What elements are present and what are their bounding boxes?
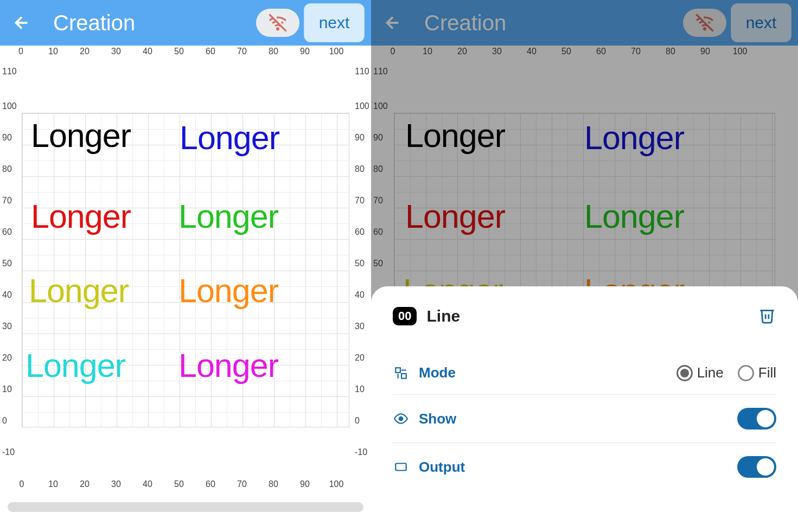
canvas-text-cyan[interactable]: Longer (25, 347, 125, 384)
ruler-tick: 30 (111, 47, 121, 56)
ruler-tick: 110 (355, 67, 369, 76)
delete-button[interactable] (758, 306, 776, 326)
ruler-left: 110 100 90 80 70 60 50 40 30 20 10 0 -10 (0, 61, 20, 478)
ruler-tick: 20 (355, 353, 365, 363)
sheet-title: Line (426, 307, 748, 325)
mode-icon (393, 365, 409, 381)
next-button[interactable]: next (304, 3, 365, 42)
ruler-tick: 30 (355, 322, 365, 331)
ruler-right: 110 100 90 80 70 60 50 40 30 20 10 0 -10 (352, 61, 371, 478)
mode-options: Line Fill (676, 364, 776, 381)
ruler-top: 0 10 20 30 40 50 60 70 80 90 100 (0, 46, 371, 61)
mode-row: Mode Line Fill (393, 351, 776, 395)
eye-icon (394, 412, 408, 426)
ruler-tick: 40 (2, 290, 12, 300)
app-header: Creation next (0, 0, 371, 46)
ruler-tick: 10 (48, 47, 58, 56)
svg-rect-2 (395, 368, 400, 373)
ruler-tick: 20 (80, 479, 90, 489)
ruler-tick: 0 (355, 416, 360, 426)
show-toggle[interactable] (737, 408, 776, 430)
back-button[interactable] (5, 7, 38, 39)
ruler-tick: 100 (355, 101, 369, 111)
wifi-off-button[interactable] (256, 9, 299, 37)
ruler-tick: -10 (355, 447, 367, 457)
shapes-icon (394, 366, 408, 380)
ruler-tick: 110 (2, 67, 17, 76)
ruler-tick: 50 (355, 259, 365, 268)
canvas-text-red[interactable]: Longer (31, 197, 131, 235)
work-area: 110 100 90 80 70 60 50 40 30 20 10 0 -10… (0, 61, 371, 478)
ruler-tick: 70 (355, 196, 365, 206)
mode-label: Mode (419, 364, 676, 381)
canvas-text-magenta[interactable]: Longer (178, 347, 278, 384)
mode-option-label: Fill (758, 364, 776, 381)
page-title: Creation (53, 11, 256, 35)
ruler-tick: 80 (2, 164, 12, 174)
ruler-tick: 20 (80, 47, 90, 56)
ruler-tick: 0 (20, 479, 24, 489)
output-icon (393, 459, 409, 475)
ruler-tick: 90 (300, 47, 310, 56)
ruler-bottom: 0 10 20 30 40 50 60 70 80 90 100 (0, 478, 371, 493)
ruler-tick: 50 (174, 479, 184, 489)
svg-point-0 (277, 28, 279, 30)
arrow-left-icon (12, 13, 31, 33)
trash-icon (758, 306, 776, 324)
sheet-header: 00 Line (393, 306, 776, 326)
ruler-tick: 100 (2, 101, 17, 111)
ruler-tick: 100 (329, 47, 344, 56)
ruler-tick: 30 (2, 322, 12, 331)
ruler-tick: 90 (355, 133, 365, 143)
ruler-tick: 0 (2, 416, 7, 426)
ruler-tick: 70 (237, 479, 247, 489)
screen-left: Creation next 0 10 20 30 40 50 60 70 80 … (0, 0, 371, 532)
ruler-tick: 10 (48, 479, 58, 489)
output-toggle[interactable] (737, 456, 776, 478)
ruler-tick: 60 (206, 479, 215, 489)
properties-sheet: 00 Line Mode Line F (371, 286, 798, 532)
zoom-slider[interactable] (8, 502, 363, 512)
layer-index-badge: 00 (393, 307, 417, 325)
ruler-tick: -10 (2, 447, 15, 457)
ruler-tick: 40 (143, 479, 152, 489)
ruler-tick: 20 (2, 353, 12, 363)
ruler-tick: 80 (269, 479, 278, 489)
mode-option-label: Line (697, 364, 724, 381)
ruler-tick: 0 (18, 47, 23, 56)
ruler-tick: 10 (355, 384, 365, 394)
output-icon (394, 460, 408, 474)
ruler-tick: 100 (329, 479, 344, 489)
ruler-tick: 90 (300, 479, 310, 489)
canvas-text-orange[interactable]: Longer (178, 272, 278, 310)
show-row: Show (393, 395, 776, 443)
canvas-text-black[interactable]: Longer (31, 117, 131, 155)
svg-point-4 (399, 417, 403, 421)
output-label: Output (419, 459, 737, 476)
show-label: Show (419, 411, 737, 427)
mode-radio-fill[interactable]: Fill (738, 364, 776, 381)
ruler-tick: 70 (237, 47, 247, 56)
ruler-tick: 50 (174, 47, 184, 56)
ruler-tick: 60 (206, 47, 215, 56)
ruler-tick: 10 (2, 384, 12, 394)
ruler-tick: 80 (355, 164, 365, 174)
ruler-tick: 30 (111, 479, 121, 489)
canvas-text-green[interactable]: Longer (178, 197, 278, 235)
ruler-tick: 80 (269, 47, 278, 56)
ruler-tick: 90 (2, 133, 12, 143)
ruler-tick: 70 (2, 196, 12, 206)
ruler-tick: 40 (143, 47, 152, 56)
design-canvas[interactable]: Longer Longer Longer Longer Longer Longe… (22, 113, 349, 427)
ruler-tick: 40 (355, 290, 365, 300)
mode-radio-line[interactable]: Line (676, 364, 724, 381)
canvas-text-blue[interactable]: Longer (180, 119, 279, 157)
output-row: Output (393, 443, 776, 491)
ruler-tick: 60 (355, 227, 365, 237)
wifi-off-icon (269, 14, 287, 32)
ruler-tick: 50 (2, 259, 12, 268)
svg-rect-3 (401, 374, 406, 379)
show-icon (393, 411, 409, 427)
canvas-text-yellow[interactable]: Longer (29, 272, 129, 310)
ruler-tick: 60 (2, 227, 12, 237)
